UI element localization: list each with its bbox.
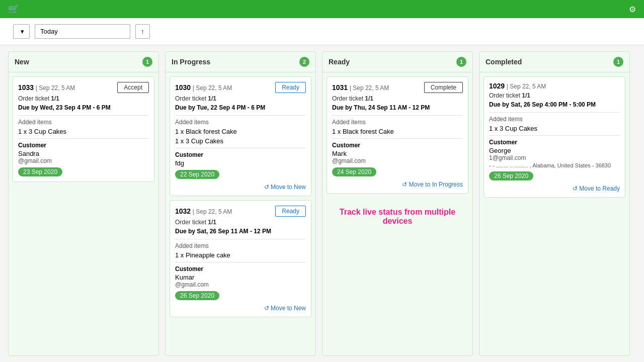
card-badge: 26 Sep 2020 [489, 168, 620, 180]
card-due: Due by Tue, 22 Sep 4 PM - 6 PM [175, 104, 306, 111]
column-in-progress: In Progress 2 1030 | Sep 22, 5 AM Ready … [165, 51, 316, 356]
column-count-completed: 1 [613, 57, 623, 67]
customer-label: Customer [175, 151, 306, 158]
column-ready: Ready 1 1031 | Sep 22, 5 AM Complete Ord… [322, 51, 473, 356]
table-row: 1033 | Sep 22, 5 AM Accept Order ticket … [13, 76, 154, 182]
customer-name: fdg [175, 159, 306, 167]
card-item: 1 x 3 Cup Cakes [18, 128, 149, 135]
settings-icon[interactable]: ⚙ [629, 5, 636, 14]
card-divider [332, 115, 463, 116]
card-id: 1030 [175, 83, 191, 92]
chevron-down-icon: ▾ [21, 28, 24, 35]
column-body-new: 1033 | Sep 22, 5 AM Accept Order ticket … [9, 72, 158, 186]
action-button-complete[interactable]: Complete [424, 82, 463, 93]
card-badge: 22 Sep 2020 [175, 167, 306, 179]
card-ticket: Order ticket 1/1 [489, 92, 620, 99]
customer-name: Kumar [175, 274, 306, 281]
card-divider-2 [175, 262, 306, 262]
move-link[interactable]: ↺ Move to In Progress [402, 181, 463, 188]
card-due: Due by Wed, 23 Sep 4 PM - 6 PM [18, 104, 149, 111]
toolbar: ▾ ↑ [0, 18, 644, 45]
column-body-in-progress: 1030 | Sep 22, 5 AM Ready Order ticket 1… [166, 72, 315, 321]
date-badge: 22 Sep 2020 [175, 170, 219, 179]
card-item: 1 x Pineapple cake [175, 251, 306, 259]
date-select-wrapper[interactable]: ▾ [13, 24, 30, 39]
app-title-group: 🛒 [8, 4, 23, 15]
column-body-completed: 1029 | Sep 22, 5 AM Order ticket 1/1 Due… [479, 72, 629, 202]
card-date: | Sep 22, 5 AM [507, 83, 546, 90]
column-new: New 1 1033 | Sep 22, 5 AM Accept Order t… [8, 51, 159, 356]
date-badge: 26 Sep 2020 [175, 291, 219, 300]
card-id-date: 1031 | Sep 22, 5 AM [332, 83, 389, 92]
action-button-ready[interactable]: Ready [275, 82, 306, 93]
move-link[interactable]: ↺ Move to Ready [573, 185, 620, 192]
card-item: 1 x Black forest Cake [332, 128, 463, 135]
card-due: Due by Sat, 26 Sep 11 AM - 12 PM [175, 228, 306, 235]
column-count-in-progress: 2 [299, 57, 309, 67]
card-divider-2 [18, 138, 149, 139]
action-button-accept[interactable]: Accept [117, 82, 149, 93]
sort-button[interactable]: ↑ [135, 24, 150, 39]
column-body-ready: 1031 | Sep 22, 5 AM Complete Order ticke… [323, 72, 472, 230]
card-badge: 24 Sep 2020 [332, 164, 463, 176]
customer-label: Customer [18, 142, 149, 149]
card-item: 1 x 3 Cup Cakes [489, 125, 620, 132]
customer-label: Customer [332, 142, 463, 149]
card-divider-2 [332, 138, 463, 139]
card-date: | Sep 22, 5 AM [350, 84, 389, 92]
added-items-label: Added items [175, 119, 306, 126]
card-divider [18, 115, 149, 116]
customer-email: @gmail.com [175, 281, 306, 288]
card-footer: ↺ Move to New [175, 183, 306, 191]
card-footer: ↺ Move to New [175, 304, 306, 312]
move-link[interactable]: ↺ Move to New [264, 184, 306, 191]
column-title-ready: Ready [329, 58, 350, 66]
card-divider [489, 112, 620, 113]
undo-icon: ↺ [573, 185, 578, 192]
undo-icon: ↺ [264, 184, 269, 191]
column-header-ready: Ready 1 [323, 52, 472, 72]
undo-icon: ↺ [402, 181, 407, 188]
card-header: 1030 | Sep 22, 5 AM Ready [175, 82, 306, 93]
table-row: 1030 | Sep 22, 5 AM Ready Order ticket 1… [170, 76, 311, 196]
card-date: | Sep 22, 5 AM [193, 84, 232, 92]
card-header: 1032 | Sep 22, 5 AM Ready [175, 206, 306, 217]
undo-icon: ↺ [264, 305, 269, 312]
card-badge: 23 Sep 2020 [18, 164, 149, 176]
column-completed: Completed 1 1029 | Sep 22, 5 AM Order ti… [479, 51, 630, 356]
card-due: Due by Sat, 26 Sep 4:00 PM - 5:00 PM [489, 101, 620, 108]
card-ticket: Order ticket 1/1 [175, 219, 306, 226]
table-row: 1032 | Sep 22, 5 AM Ready Order ticket 1… [170, 200, 311, 317]
date-input[interactable] [35, 24, 130, 39]
card-header: 1029 | Sep 22, 5 AM [489, 82, 620, 90]
added-items-label: Added items [489, 116, 620, 123]
customer-address: - - ........ .. ......... , Alabama, Uni… [489, 162, 620, 168]
card-id-date: 1029 | Sep 22, 5 AM [489, 82, 546, 90]
card-ticket: Order ticket 1/1 [175, 95, 306, 102]
action-button-ready[interactable]: Ready [275, 206, 306, 217]
customer-name: Sandra [18, 150, 149, 157]
date-badge: 26 Sep 2020 [489, 171, 533, 180]
card-date: | Sep 22, 5 AM [36, 84, 75, 92]
card-id: 1033 [18, 83, 34, 92]
move-link[interactable]: ↺ Move to New [264, 305, 306, 312]
card-id-date: 1033 | Sep 22, 5 AM [18, 83, 75, 92]
added-items-label: Added items [332, 119, 463, 126]
column-title-completed: Completed [486, 58, 522, 66]
customer-email: @gmail.com [332, 157, 463, 164]
column-header-new: New 1 [9, 52, 158, 72]
card-item: 1 x 3 Cup Cakes [175, 137, 306, 145]
card-divider-2 [175, 148, 306, 148]
card-id-date: 1030 | Sep 22, 5 AM [175, 83, 232, 92]
table-row: 1029 | Sep 22, 5 AM Order ticket 1/1 Due… [484, 76, 625, 198]
card-id: 1032 [175, 207, 191, 215]
column-count-ready: 1 [456, 57, 466, 67]
card-header: 1031 | Sep 22, 5 AM Complete [332, 82, 463, 93]
column-header-completed: Completed 1 [479, 52, 629, 72]
column-title-new: New [15, 58, 29, 66]
column-count-new: 1 [142, 57, 152, 67]
customer-label: Customer [175, 265, 306, 273]
sort-arrow-icon: ↑ [141, 28, 144, 35]
kanban-board: New 1 1033 | Sep 22, 5 AM Accept Order t… [0, 45, 644, 362]
card-footer: ↺ Move to Ready [489, 185, 620, 192]
